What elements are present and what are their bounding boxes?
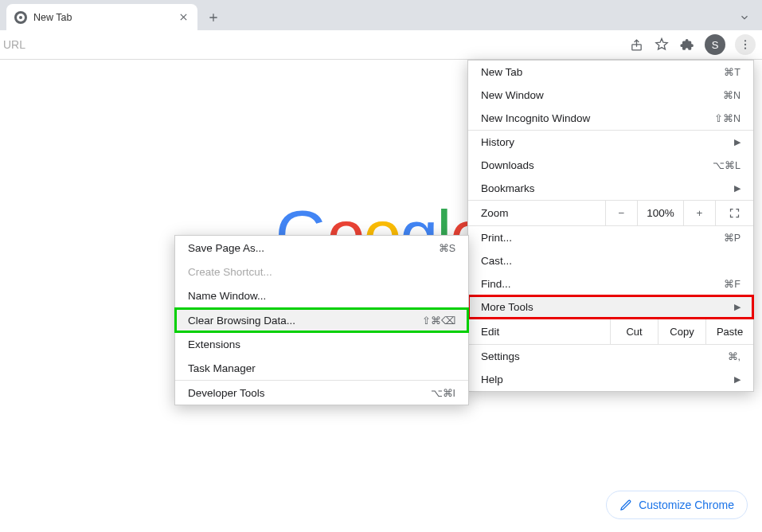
more-tools-submenu: Save Page As... ⌘S Create Shortcut... Na…	[174, 235, 469, 405]
toolbar-icons: S	[628, 34, 756, 55]
edit-label: Edit	[468, 326, 610, 338]
shortcut: ⌘F	[724, 278, 741, 290]
zoom-value: 100%	[637, 201, 683, 225]
submenu-create-shortcut: Create Shortcut...	[175, 260, 468, 284]
edit-cut-button[interactable]: Cut	[610, 319, 658, 344]
zoom-in-button[interactable]: +	[683, 201, 715, 225]
edit-copy-button[interactable]: Copy	[658, 319, 705, 344]
menu-history[interactable]: History ▶	[468, 131, 753, 154]
fullscreen-button[interactable]	[715, 201, 753, 225]
svg-point-4	[744, 44, 746, 45]
shortcut: ⌘T	[724, 66, 741, 78]
submenu-save-page[interactable]: Save Page As... ⌘S	[175, 236, 468, 260]
menu-help[interactable]: Help ▶	[468, 368, 753, 391]
toolbar: URL S	[0, 30, 762, 60]
customize-label: Customize Chrome	[639, 499, 734, 511]
edit-paste-button[interactable]: Paste	[705, 319, 753, 344]
tab-strip: New Tab	[0, 0, 762, 30]
kebab-menu-button[interactable]	[735, 34, 756, 55]
menu-new-window[interactable]: New Window ⌘N	[468, 84, 753, 107]
omnibox-placeholder: URL	[3, 38, 25, 51]
menu-print[interactable]: Print... ⌘P	[468, 226, 753, 249]
svg-point-5	[744, 48, 746, 49]
tab-overflow-button[interactable]	[733, 6, 756, 29]
zoom-label: Zoom	[468, 207, 605, 219]
shortcut: ⌘S	[439, 242, 455, 254]
menu-settings[interactable]: Settings ⌘,	[468, 345, 753, 368]
omnibox[interactable]: URL	[0, 33, 628, 56]
close-icon[interactable]	[177, 11, 190, 24]
shortcut: ⌘,	[728, 350, 741, 362]
customize-chrome-button[interactable]: Customize Chrome	[606, 491, 748, 519]
share-icon[interactable]	[628, 37, 644, 53]
shortcut: ⌥⌘I	[431, 387, 455, 399]
submenu-developer-tools[interactable]: Developer Tools ⌥⌘I	[175, 381, 468, 405]
browser-tab[interactable]: New Tab	[6, 4, 197, 30]
svg-point-3	[744, 40, 746, 41]
extensions-puzzle-icon[interactable]	[679, 37, 695, 53]
shortcut: ⇧⌘N	[714, 112, 741, 124]
menu-zoom-row: Zoom − 100% +	[468, 200, 753, 226]
menu-new-tab[interactable]: New Tab ⌘T	[468, 61, 753, 84]
new-tab-button[interactable]	[202, 6, 225, 29]
shortcut: ⌥⌘L	[713, 159, 741, 171]
chevron-right-icon: ▶	[734, 137, 741, 147]
chevron-right-icon: ▶	[734, 374, 741, 385]
menu-cast[interactable]: Cast...	[468, 249, 753, 272]
menu-bookmarks[interactable]: Bookmarks ▶	[468, 177, 753, 200]
menu-find[interactable]: Find... ⌘F	[468, 272, 753, 295]
avatar-initial: S	[712, 39, 719, 51]
chevron-right-icon: ▶	[734, 302, 741, 312]
menu-downloads[interactable]: Downloads ⌥⌘L	[468, 154, 753, 177]
submenu-extensions[interactable]: Extensions	[175, 332, 468, 356]
svg-point-1	[19, 16, 22, 19]
tab-title: New Tab	[33, 12, 72, 23]
fullscreen-icon	[729, 207, 741, 219]
shortcut: ⇧⌘⌫	[422, 315, 455, 327]
main-menu: New Tab ⌘T New Window ⌘N New Incognito W…	[467, 60, 754, 392]
chrome-favicon-icon	[14, 11, 27, 24]
submenu-task-manager[interactable]: Task Manager	[175, 356, 468, 380]
menu-new-incognito[interactable]: New Incognito Window ⇧⌘N	[468, 107, 753, 130]
menu-more-tools[interactable]: More Tools ▶	[468, 295, 753, 319]
bookmark-star-icon[interactable]	[654, 37, 670, 53]
shortcut: ⌘N	[723, 89, 741, 101]
menu-edit-row: Edit Cut Copy Paste	[468, 319, 753, 345]
submenu-clear-browsing-data[interactable]: Clear Browsing Data... ⇧⌘⌫	[175, 308, 468, 332]
zoom-out-button[interactable]: −	[605, 201, 637, 225]
shortcut: ⌘P	[724, 232, 741, 244]
submenu-name-window[interactable]: Name Window...	[175, 284, 468, 307]
pencil-icon	[619, 499, 632, 511]
profile-avatar[interactable]: S	[705, 34, 725, 55]
chevron-right-icon: ▶	[734, 183, 741, 194]
